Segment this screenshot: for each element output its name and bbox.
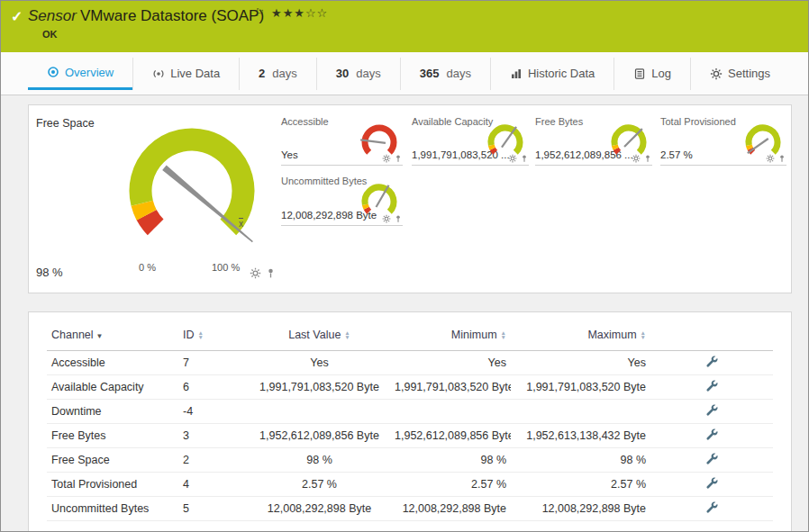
stars-filled[interactable]: ★★★ — [271, 6, 305, 20]
pin-icon[interactable] — [777, 154, 786, 163]
sort-desc-icon: ▼ — [96, 332, 104, 340]
mini-gauge-uncommitted-bytes: Uncommitted Bytes 12,008,292,898 Byte — [281, 176, 403, 226]
column-header-maximum[interactable]: Maximum▲▼ — [511, 320, 650, 350]
channel-settings-wrench-icon[interactable] — [705, 403, 719, 417]
tab-365-days[interactable]: 365 days — [400, 58, 490, 90]
tab-365-days-number: 365 — [420, 67, 440, 80]
main-gauge-value: 98 % — [36, 266, 63, 279]
mini-title-accessible: Accessible — [281, 116, 329, 127]
channel-settings-wrench-icon[interactable] — [705, 500, 719, 514]
mini-gauge-total-provisioned: Total Provisioned 2.57 % — [660, 116, 786, 166]
tab-30-days-number: 30 — [336, 67, 349, 80]
table-row-free-space[interactable]: Free Space 2 98 % 98 % 98 % — [47, 447, 773, 472]
table-row-total-provisioned[interactable]: Total Provisioned 4 2.57 % 2.57 % 2.57 % — [47, 472, 773, 496]
gear-icon[interactable] — [382, 154, 391, 163]
tab-historic-data[interactable]: Historic Data — [490, 58, 614, 90]
sort-icon: ▲▼ — [344, 330, 350, 339]
tab-live-data-label: Live Data — [170, 67, 220, 80]
gear-icon[interactable] — [632, 154, 641, 163]
gear-icon[interactable] — [766, 154, 775, 163]
tab-overview-label: Overview — [65, 66, 114, 79]
table-row-uncommitted-bytes[interactable]: Uncommitted Bytes 5 12,008,292,898 Byte … — [47, 496, 773, 520]
tab-settings-label: Settings — [728, 67, 770, 80]
table-header-row: Channel▼ ID▲▼ Last Value▲▼ Minimum▲▼ Max… — [47, 320, 773, 350]
channel-settings-wrench-icon[interactable] — [705, 428, 719, 441]
cell-minimum — [394, 399, 511, 423]
column-header-minimum[interactable]: Minimum▲▼ — [394, 320, 511, 350]
tab-30-days[interactable]: 30 days — [316, 58, 400, 90]
mini-title-available-capacity: Available Capacity — [412, 116, 493, 127]
table-row-free-bytes[interactable]: Free Bytes 3 1,952,612,089,856 Byte 1,95… — [47, 423, 773, 447]
channel-settings-wrench-icon[interactable] — [705, 355, 719, 368]
table-row-available-capacity[interactable]: Available Capacity 6 1,991,791,083,520 B… — [47, 374, 773, 399]
mini-title-free-bytes: Free Bytes — [535, 116, 583, 127]
pin-icon[interactable] — [520, 154, 529, 163]
pin-icon[interactable] — [394, 214, 403, 223]
stars-empty[interactable]: ☆☆ — [305, 6, 328, 20]
tab-2-days-number: 2 — [259, 67, 265, 80]
column-header-id[interactable]: ID▲▼ — [182, 320, 245, 350]
cell-channel: Available Capacity — [47, 374, 182, 399]
pin-icon[interactable] — [394, 154, 403, 163]
mini-actions — [632, 154, 652, 163]
column-header-channel[interactable]: Channel▼ — [47, 320, 182, 350]
cell-channel: Accessible — [47, 350, 182, 374]
mini-title-total-provisioned: Total Provisioned — [660, 116, 736, 127]
tab-bar: Overview Live Data 2 days 30 days 365 da… — [1, 52, 808, 95]
sensor-status-badge: OK — [42, 29, 58, 40]
overview-icon — [47, 66, 59, 78]
tab-live-data[interactable]: Live Data — [132, 58, 239, 90]
cell-maximum: 98 % — [511, 447, 650, 472]
pin-icon[interactable] — [643, 154, 652, 163]
table-row-accessible[interactable]: Accessible 7 Yes Yes Yes — [47, 350, 773, 374]
cell-id: 4 — [182, 472, 245, 496]
column-header-channel-label: Channel — [51, 329, 94, 341]
cell-channel: Free Bytes — [47, 423, 182, 447]
gear-icon[interactable] — [508, 154, 517, 163]
tab-2-days[interactable]: 2 days — [239, 58, 316, 90]
cell-maximum: Yes — [511, 350, 650, 374]
mini-title-uncommitted-bytes: Uncommitted Bytes — [281, 176, 367, 186]
gauge-pin-icon[interactable] — [265, 267, 277, 279]
mini-gauge-free-bytes: Free Bytes 1,952,612,089,856 ... — [535, 116, 652, 166]
historic-data-icon — [510, 68, 523, 80]
column-header-last-value[interactable]: Last Value▲▼ — [245, 320, 394, 350]
log-icon — [633, 68, 646, 80]
cell-id: 6 — [182, 374, 245, 399]
cell-minimum: 2.57 % — [394, 472, 511, 496]
gauge-settings-gear-icon[interactable] — [250, 267, 261, 279]
star-rating[interactable]: ★★★☆☆ — [271, 6, 328, 20]
cell-last-value: 1,991,791,083,520 Byte — [245, 374, 394, 399]
column-header-actions — [650, 320, 773, 350]
cell-maximum: 12,008,292,898 Byte — [511, 496, 650, 520]
cell-last-value: 98 % — [245, 447, 394, 472]
cell-id: 7 — [182, 350, 245, 374]
cell-minimum: Yes — [394, 350, 511, 374]
sort-icon: ▲▼ — [641, 330, 646, 339]
cell-channel: Downtime — [47, 399, 182, 423]
channel-settings-wrench-icon[interactable] — [705, 379, 719, 392]
tab-30-days-unit: days — [356, 67, 380, 80]
column-header-maximum-label: Maximum — [587, 329, 636, 341]
gauge-average-marker: x — [239, 219, 243, 229]
sensor-title: VMware Datastore (SOAP) — [80, 7, 264, 25]
column-header-minimum-label: Minimum — [451, 329, 497, 341]
ok-check-icon: ✓ — [11, 8, 23, 25]
tab-settings[interactable]: Settings — [690, 58, 789, 90]
cell-last-value: 12,008,292,898 Byte — [245, 496, 394, 520]
gear-icon[interactable] — [382, 214, 391, 223]
cell-channel: Free Space — [47, 447, 182, 472]
live-data-icon — [152, 68, 165, 80]
channels-table: Channel▼ ID▲▼ Last Value▲▼ Minimum▲▼ Max… — [47, 320, 773, 521]
settings-gear-icon — [710, 68, 723, 80]
table-row-downtime[interactable]: Downtime -4 — [47, 399, 773, 423]
cell-maximum: 1,952,613,138,432 Byte — [511, 423, 650, 447]
mini-actions — [766, 154, 786, 163]
channel-settings-wrench-icon[interactable] — [705, 452, 719, 465]
tab-overview[interactable]: Overview — [28, 58, 132, 90]
tab-365-days-unit: days — [446, 67, 470, 80]
priority-flag-icon[interactable]: ⚐ — [255, 6, 265, 19]
channel-settings-wrench-icon[interactable] — [705, 476, 719, 490]
gauge-scale-max: 100 % — [212, 262, 240, 273]
tab-log[interactable]: Log — [614, 58, 690, 90]
